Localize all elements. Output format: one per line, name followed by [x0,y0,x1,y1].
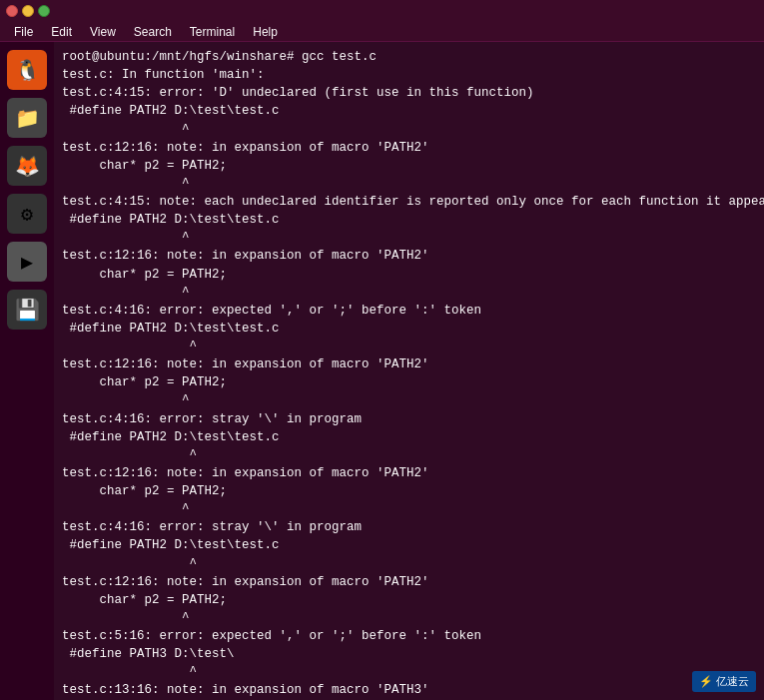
menu-item-search[interactable]: Search [126,24,180,40]
terminal-line: test.c:4:15: note: each undeclared ident… [62,193,756,211]
terminal-line: root@ubuntu:/mnt/hgfs/winshare# gcc test… [62,48,756,66]
terminal-line: #define PATH3 D:\test\ [62,645,756,663]
terminal-line: #define PATH2 D:\test\test.c [62,320,756,338]
terminal-line: test.c:12:16: note: in expansion of macr… [62,247,756,265]
sidebar-icon-terminal[interactable]: ▶ [7,242,47,282]
menu-item-terminal[interactable]: Terminal [182,24,243,40]
terminal-line: test.c:12:16: note: in expansion of macr… [62,573,756,591]
menubar: FileEditViewSearchTerminalHelp [0,22,764,42]
terminal-line: char* p2 = PATH2; [62,591,756,609]
terminal-line: char* p2 = PATH2; [62,266,756,284]
terminal-line: test.c:4:16: error: expected ',' or ';' … [62,302,756,320]
terminal-line: ^ [62,175,756,193]
terminal-line: test.c:12:16: note: in expansion of macr… [62,464,756,482]
terminal-line: test.c:4:15: error: 'D' undeclared (firs… [62,84,756,102]
terminal-line: test.c:12:16: note: in expansion of macr… [62,139,756,157]
terminal-line: ^ [62,609,756,627]
menu-item-edit[interactable]: Edit [43,24,80,40]
terminal-line: ^ [62,284,756,302]
terminal-line: char* p2 = PATH2; [62,157,756,175]
menu-item-file[interactable]: File [6,24,41,40]
menu-item-view[interactable]: View [82,24,124,40]
terminal-line: test.c:4:16: error: stray '\' in program [62,410,756,428]
sidebar-icon-files2[interactable]: 💾 [7,290,47,330]
terminal-line: ^ [62,500,756,518]
menu-item-help[interactable]: Help [245,24,286,40]
sidebar-icon-firefox[interactable]: 🦊 [7,146,47,186]
terminal-line: ^ [62,555,756,573]
titlebar [0,0,764,22]
sidebar-icon-settings[interactable]: ⚙ [7,194,47,234]
terminal-line: test.c: In function 'main': [62,66,756,84]
terminal-line: char* p2 = PATH2; [62,373,756,391]
terminal-line: ^ [62,663,756,681]
sidebar-icon-ubuntu-logo[interactable]: 🐧 [7,50,47,90]
sidebar: 🐧📁🦊⚙▶💾 [0,42,54,700]
terminal-line: #define PATH2 D:\test\test.c [62,102,756,120]
terminal-line: test.c:12:16: note: in expansion of macr… [62,355,756,373]
terminal-line: test.c:5:16: error: expected ',' or ';' … [62,627,756,645]
terminal-line: char* p2 = PATH2; [62,482,756,500]
maximize-button[interactable] [38,5,50,17]
terminal-line: ^ [62,446,756,464]
terminal-output: root@ubuntu:/mnt/hgfs/winshare# gcc test… [54,42,764,700]
terminal-line: #define PATH2 D:\test\test.c [62,211,756,229]
terminal-line: ^ [62,229,756,247]
close-button[interactable] [6,5,18,17]
terminal-line: test.c:13:16: note: in expansion of macr… [62,681,756,699]
terminal-line: ^ [62,121,756,139]
terminal-line: #define PATH2 D:\test\test.c [62,428,756,446]
terminal-line: ^ [62,338,756,355]
terminal-line: ^ [62,391,756,409]
watermark: ⚡ 亿速云 [692,671,756,692]
minimize-button[interactable] [22,5,34,17]
terminal-line: #define PATH2 D:\test\test.c [62,536,756,554]
sidebar-icon-files[interactable]: 📁 [7,98,47,138]
terminal-line: test.c:4:16: error: stray '\' in program [62,518,756,536]
